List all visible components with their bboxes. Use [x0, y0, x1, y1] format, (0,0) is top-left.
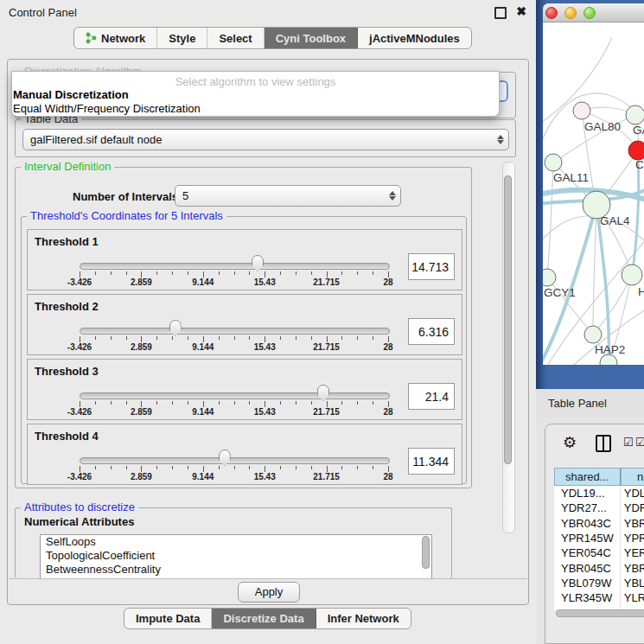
- attributes-list-scrollbar[interactable]: [422, 536, 430, 569]
- column-layout-icon[interactable]: [596, 435, 611, 452]
- attributes-group: Attributes to discretize Numerical Attri…: [15, 507, 452, 578]
- network-node[interactable]: [543, 269, 556, 286]
- major-tick: [265, 271, 265, 277]
- table-row[interactable]: YDL19...YDL1: [554, 486, 644, 501]
- close-icon[interactable]: ✖: [516, 4, 526, 18]
- major-tick: [327, 336, 328, 342]
- close-traffic-light-icon[interactable]: [545, 7, 558, 19]
- tick-label: 2.859: [131, 472, 152, 481]
- network-node[interactable]: [545, 154, 562, 171]
- network-node[interactable]: [573, 102, 590, 119]
- network-node[interactable]: [628, 141, 644, 160]
- tab-select[interactable]: Select: [207, 28, 264, 48]
- attribute-item[interactable]: SelfLoops: [41, 535, 431, 549]
- network-node[interactable]: [626, 105, 644, 124]
- tab-style[interactable]: Style: [157, 28, 207, 48]
- bottom-tab-impute-data[interactable]: Impute Data: [124, 609, 212, 628]
- table-data-combo[interactable]: galFiltered.sif default node: [22, 129, 509, 150]
- threshold-value-field[interactable]: 11.344: [408, 448, 455, 475]
- interval-definition-title: Interval Definition: [21, 160, 114, 174]
- zoom-traffic-light-icon[interactable]: [583, 7, 596, 19]
- float-icon[interactable]: [494, 7, 507, 19]
- network-icon: [86, 32, 97, 44]
- table-row[interactable]: YLR345WYLR3: [554, 590, 644, 605]
- minor-tick: [188, 466, 188, 469]
- network-canvas[interactable]: GAL80GACGAL11GAL4GCY1HHAP2: [543, 22, 644, 365]
- minor-tick: [249, 401, 250, 405]
- table-row[interactable]: YBL079WYBL0: [554, 576, 644, 590]
- threshold-label: Threshold 4: [35, 430, 99, 443]
- table-cell: YDR27...: [554, 501, 621, 515]
- minor-tick: [126, 466, 127, 469]
- table-row[interactable]: YBR043CYBR0: [554, 516, 644, 531]
- num-intervals-combo[interactable]: 5: [175, 185, 401, 207]
- tick-label: 9.144: [192, 407, 214, 417]
- threshold-value-field[interactable]: 21.4: [408, 383, 455, 410]
- control-panel-titlebar: Control Panel ✖: [0, 0, 536, 24]
- minor-tick: [357, 466, 358, 469]
- threshold-value-field[interactable]: 6.316: [408, 318, 455, 345]
- tick-label: -3.426: [67, 342, 92, 352]
- algorithm-option[interactable]: Equal Width/Frequency Discretization: [13, 102, 201, 115]
- tick-label: 28: [383, 277, 392, 287]
- algorithm-option[interactable]: Manual Discretization: [13, 88, 129, 101]
- major-tick: [141, 401, 142, 407]
- minimize-traffic-light-icon[interactable]: [564, 7, 577, 19]
- threshold-value-field[interactable]: 14.713: [408, 253, 455, 280]
- minor-tick: [296, 466, 296, 469]
- bottom-tab-discretize-data[interactable]: Discretize Data: [212, 609, 316, 628]
- major-tick: [203, 336, 204, 342]
- threshold-box-3: Threshold 3-3.4262.8599.14415.4321.71528…: [27, 359, 462, 420]
- threshold-box-4: Threshold 4-3.4262.8599.14415.4321.71528…: [27, 424, 462, 485]
- tab-cyni-toolbox[interactable]: Cyni Toolbox: [265, 28, 358, 48]
- checkbox-icon[interactable]: ☑: [635, 436, 644, 449]
- minor-tick: [95, 466, 96, 469]
- threshold-slider-track[interactable]: [80, 392, 390, 399]
- network-node[interactable]: [622, 265, 642, 285]
- table-cell: YBR045C: [554, 560, 621, 575]
- network-node[interactable]: [584, 326, 602, 343]
- table-column-header[interactable]: na: [621, 468, 644, 486]
- minor-tick: [341, 466, 342, 469]
- table-row[interactable]: YBR045CYBR0: [554, 560, 644, 575]
- algorithm-popup-placeholder: Select algorithm to view settings: [12, 75, 499, 88]
- table-row[interactable]: YER054CYER0: [554, 545, 644, 560]
- thresholds-container: Threshold 1-3.4262.8599.14415.4321.71528…: [22, 217, 466, 483]
- minor-tick: [311, 466, 312, 469]
- table-cell: YLR345W: [554, 590, 621, 605]
- minor-tick: [341, 271, 342, 275]
- minor-tick: [188, 336, 188, 340]
- bottom-tab-infer-network[interactable]: Infer Network: [316, 609, 411, 628]
- apply-button[interactable]: Apply: [238, 582, 300, 603]
- major-tick: [265, 466, 265, 472]
- table-row[interactable]: YDR27...YDR2: [554, 501, 644, 515]
- checkbox-icon[interactable]: ☑: [623, 436, 634, 449]
- table-hscrollbar[interactable]: [556, 609, 644, 617]
- minor-tick: [234, 401, 235, 405]
- table-row[interactable]: YPR145WYPR1: [554, 531, 644, 545]
- minor-tick: [249, 466, 250, 469]
- table-panel-title: Table Panel: [548, 397, 607, 410]
- table-column-header[interactable]: shared...: [554, 468, 621, 486]
- gear-icon[interactable]: ⚙: [563, 433, 577, 452]
- tab-network[interactable]: Network: [74, 28, 157, 48]
- node-table[interactable]: shared...na YDL19...YDL1YDR27...YDR2YBR0…: [554, 468, 644, 610]
- table-panel-header: Table Panel: [536, 389, 644, 418]
- minor-tick: [373, 271, 373, 275]
- numerical-attributes-list[interactable]: SelfLoopsTopologicalCoefficientBetweenne…: [40, 534, 432, 579]
- threshold-slider-track[interactable]: [80, 457, 390, 464]
- tab-label: Select: [219, 32, 252, 45]
- attribute-item[interactable]: TopologicalCoefficient: [41, 549, 431, 563]
- threshold-slider-track[interactable]: [80, 263, 390, 270]
- minor-tick: [219, 336, 220, 340]
- minor-tick: [341, 336, 342, 340]
- table-cell: YPR145W: [554, 531, 621, 545]
- network-window[interactable]: GAL80GACGAL11GAL4GCY1HHAP2: [543, 3, 644, 365]
- tab-jactivemnodules[interactable]: jActiveMNodules: [358, 28, 471, 48]
- threshold-slider-track[interactable]: [80, 328, 390, 335]
- threshold-label: Threshold 2: [35, 300, 99, 313]
- main-scrollbar-thumb[interactable]: [504, 175, 512, 464]
- table-body: YDL19...YDL1YDR27...YDR2YBR043CYBR0YPR14…: [554, 486, 644, 610]
- attribute-item[interactable]: BetweennessCentrality: [41, 563, 431, 577]
- minor-tick: [219, 401, 220, 405]
